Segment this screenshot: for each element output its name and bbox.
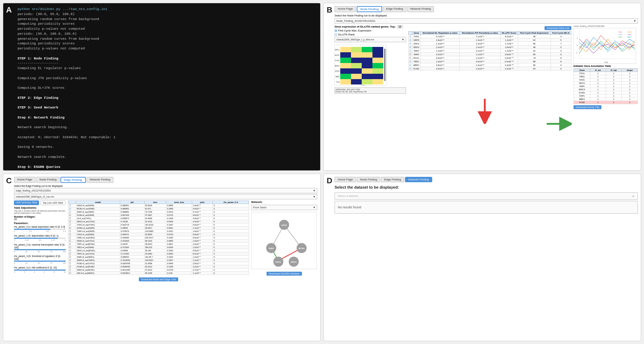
toggle-lem-summary[interactable]: LEM Summary Table (14, 200, 39, 205)
slider-4-track[interactable] (14, 270, 66, 271)
annot-tf-act[interactable]: 1 (590, 75, 606, 78)
radio-label-dljtk: DLxJTK Rank (338, 33, 355, 36)
network-dropdown[interactable]: From Seed ▼ (251, 205, 317, 210)
radio-first-cycle[interactable]: First Cycle Max. Expression (335, 29, 406, 32)
dataset-select-box[interactable]: Select a dataset ▲ (335, 192, 638, 200)
download-net-btn[interactable]: Download DSGRN NetSpec (267, 272, 302, 276)
edge-cb[interactable]: ☐ (68, 220, 76, 223)
annot-tf-rep[interactable]: 1 (606, 101, 622, 104)
row-checkbox[interactable]: ☑ (409, 42, 413, 45)
edge-cb[interactable]: ☐ (68, 242, 76, 246)
edge-cb[interactable]: ☐ (68, 252, 76, 255)
annot-tf-act[interactable]: 1 (590, 72, 606, 75)
slider-2-track[interactable] (14, 249, 66, 250)
row-checkbox[interactable]: ☑ (409, 38, 413, 42)
edge-pid: 0.967326 (120, 213, 144, 217)
annot-tf-act[interactable]: 1 (590, 82, 606, 85)
annot-tf-act[interactable]: 1 (590, 101, 606, 104)
annot-tf-rep[interactable]: 1 (606, 95, 622, 98)
annot-tf-act[interactable]: 1 (590, 85, 606, 88)
annot-tf-act[interactable]: 1 (590, 95, 606, 98)
slider-1-fill (14, 238, 58, 239)
annot-tf-act[interactable]: 1 (590, 78, 606, 82)
annot-tf-rep[interactable]: 1 (606, 85, 622, 88)
annot-target[interactable]: 1 (622, 98, 638, 101)
annot-tf-rep[interactable]: 1 (606, 91, 622, 95)
tab-network-d[interactable]: Network Finding (405, 177, 432, 182)
edge-cb[interactable]: ☐ (68, 262, 76, 265)
row-checkbox[interactable]: ☐ (409, 53, 413, 56)
edge-cb[interactable]: ☐ (68, 268, 76, 271)
panel-d-label: D (327, 176, 332, 185)
file-dropdown-c[interactable]: orlando2008_WildType_r2_run.nrv ▼ (14, 194, 317, 199)
annot-target[interactable]: 1 (622, 78, 638, 82)
edge-cb[interactable]: ☐ (68, 213, 76, 217)
download-gene-list-btn[interactable]: Download Gene List (545, 26, 571, 30)
download-annot-btn[interactable]: Download Annot. File (574, 105, 601, 109)
top-n-input[interactable]: 10 (397, 25, 403, 28)
annot-tf-rep[interactable]: 1 (606, 88, 622, 91)
edge-cb[interactable]: ☐ (68, 217, 76, 220)
edge-cb[interactable]: ☐ (68, 249, 76, 252)
tab-home-c[interactable]: Home Page (14, 177, 35, 183)
edge-cb[interactable]: ☐ (68, 233, 76, 236)
tab-edge-c[interactable]: Edge Finding (60, 177, 86, 183)
tab-home-d[interactable]: Home Page (335, 177, 356, 182)
tab-network-finding-b[interactable]: Network Finding (407, 6, 434, 12)
edge-cb[interactable]: ☑ (68, 207, 76, 210)
annot-tf-act[interactable]: 1 (590, 98, 606, 101)
slider-0-track[interactable] (14, 229, 66, 230)
annot-tf-rep[interactable]: 1 (606, 98, 622, 101)
row-checkbox[interactable]: ☐ (409, 56, 413, 60)
edge-cb[interactable]: ☐ (68, 229, 76, 233)
annot-tf-rep[interactable]: 1 (606, 75, 622, 78)
row-checkbox[interactable]: ☑ (409, 67, 413, 71)
slider-3-track[interactable] (14, 261, 66, 262)
annot-tf-rep[interactable]: 1 (606, 78, 622, 82)
edge-cb[interactable]: ☑ (68, 204, 76, 207)
edge-table-row: ☐ PLM2+tf_act(YOX1) 0.0367658 31.0558 0.… (68, 262, 249, 265)
row-el: 1.1x10⁻⁴ (420, 42, 460, 45)
edge-cb[interactable]: ☐ (68, 271, 76, 275)
edge-finding-dropdown[interactable]: edge_finding_20210705133301 ▼ (14, 188, 317, 193)
annot-target[interactable]: 1 (622, 95, 638, 98)
row-checkbox[interactable]: ☑ (409, 45, 413, 49)
edge-cb[interactable]: ☐ (68, 258, 76, 262)
slider-1-track[interactable] (14, 238, 66, 239)
annot-target[interactable]: 1 (622, 85, 638, 88)
edge-cb[interactable]: ☑ (68, 210, 76, 213)
tab-network-c[interactable]: Network Finding (87, 177, 114, 183)
annot-tf-act[interactable]: 1 (590, 88, 606, 91)
tab-node-c[interactable]: Node Finding (36, 177, 60, 183)
annot-target[interactable]: 1 (622, 75, 638, 78)
annot-target[interactable]: 1 (622, 72, 638, 75)
download-edge-btn[interactable]: Download Node and Edge Lists (139, 277, 178, 281)
order-dropdown-b[interactable]: orlando2008_WildType_f_p_time.nrv ▼ (335, 37, 406, 42)
edge-cb[interactable]: ☐ (68, 265, 76, 268)
annot-tf-rep[interactable]: 1 (606, 82, 622, 85)
annot-tf-rep[interactable]: 1 (606, 72, 622, 75)
row-checkbox[interactable]: ☑ (409, 49, 413, 53)
toggle-top-line[interactable]: Top-Line LEM Table (40, 200, 65, 205)
tab-node-d[interactable]: Node Finding (357, 177, 380, 182)
row-checkbox[interactable]: ☑ (409, 63, 413, 67)
tab-home-b[interactable]: Home Page (335, 6, 356, 12)
annot-target[interactable]: 1 (622, 91, 638, 95)
radio-dljtk[interactable]: DLxJTK Rank (335, 33, 406, 36)
edge-cb[interactable]: ☐ (68, 236, 76, 239)
node-finding-dropdown[interactable]: Node_Finding_20190705133301 ▼ (335, 18, 638, 24)
edge-cb[interactable]: ☐ (68, 226, 76, 229)
row-checkbox[interactable]: ☑ (409, 60, 413, 63)
edge-cb[interactable]: ☐ (68, 239, 76, 242)
annot-target[interactable]: 1 (622, 82, 638, 85)
tab-edge-d[interactable]: Edge Finding (381, 177, 404, 182)
annot-target[interactable]: 1 (622, 101, 638, 104)
tab-edge-finding-b[interactable]: Edge Finding (383, 6, 406, 12)
edge-cb[interactable]: ☐ (68, 255, 76, 258)
edge-cb[interactable]: ☐ (68, 223, 76, 226)
row-checkbox[interactable]: ☑ (409, 35, 413, 38)
tab-node-finding-b[interactable]: Node Finding (357, 6, 382, 12)
annot-target[interactable]: 1 (622, 88, 638, 91)
edge-cb[interactable]: ☐ (68, 246, 76, 249)
annot-tf-act[interactable]: 1 (590, 91, 606, 95)
